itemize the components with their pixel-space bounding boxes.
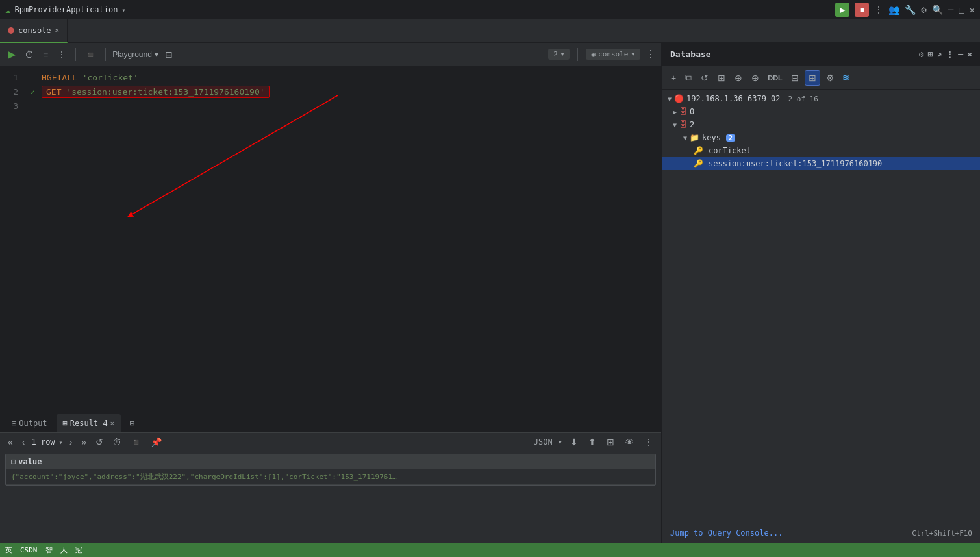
prev-page-button[interactable]: ‹ [19,436,28,449]
db-filter-button[interactable]: ⊞ [714,71,729,85]
more-result-button[interactable]: ⋮ [642,436,656,449]
minimize-icon[interactable]: ─ [948,5,953,15]
console-label: console [598,50,628,58]
run-button[interactable]: ▶ [835,3,849,17]
app-name: BpmProviderApplication [14,5,118,14]
status-item-5: 冠 [75,545,82,555]
db-copy-button[interactable]: ⧉ [682,70,695,85]
wrench-icon[interactable]: 🔧 [905,5,916,15]
result-table-header: ⊟ value [6,454,655,469]
status-bar: 英 CSDN 智 人 冠 [0,543,980,557]
row-count-label: 1 row [31,438,55,447]
run-query-button[interactable]: ▶ [5,47,18,62]
cor-ticket-label: corTicket [709,146,751,155]
status-item-1: 英 [5,545,12,555]
tree-server[interactable]: ▼ 🔴 192.168.1.36_6379_02 2 of 16 [662,92,980,105]
row-chevron-icon: ▾ [59,439,63,446]
tree-db0[interactable]: ▶ 🗄 0 [662,105,980,118]
keys-label: keys [702,133,721,142]
result4-tab-close-icon[interactable]: ✕ [110,419,114,427]
split-button[interactable]: ⊟ [162,48,175,61]
db2-label: 2 [690,120,694,129]
tree-keys[interactable]: ▼ 📁 keys 2 [662,131,980,144]
upload-button[interactable]: ⬆ [586,436,599,449]
download-button[interactable]: ⬇ [568,436,581,449]
last-page-button[interactable]: » [79,436,89,449]
db-active-button[interactable]: ⊞ [805,70,820,86]
result4-tab-icon: ⊞ [63,419,68,428]
tab-bar: console ✕ [0,19,980,43]
server-icon: 🔴 [674,94,684,103]
db-count: 2 [553,50,558,58]
history-result-button[interactable]: ⏱ [110,436,124,449]
next-page-button[interactable]: › [67,436,75,449]
tab-close-icon[interactable]: ✕ [55,26,60,34]
maximize-icon[interactable]: □ [959,5,964,15]
db-header-popout-icon[interactable]: ↗ [937,49,942,59]
tree-db2[interactable]: ▼ 🗄 2 [662,118,980,131]
svg-line-0 [130,95,338,216]
jump-link[interactable]: Jump to Query Console... [670,528,783,538]
more-editor-button[interactable]: ⋮ [55,48,69,61]
db-title: Database [670,49,711,59]
people-icon[interactable]: 👥 [888,5,899,15]
db-header-more-icon[interactable]: ⋮ [946,49,954,59]
db-ddl-button[interactable]: DDL [765,73,785,83]
tab-output[interactable]: ⊟ Output [5,414,54,432]
editor-panel: ▶ ⏱ ≡ ⋮ ◾ Playground ▾ ⊟ 2 ▾ ◉ console [0,43,662,543]
line-number-1: 1 [0,71,26,84]
bottom-toolbar: « ‹ 1 row ▾ › » ↺ ⏱ ◾ 📌 JSON ▾ ⬇ ⬆ ⊞ 👁 ⋮ [0,433,661,451]
copy-result-button[interactable]: ⊞ [604,436,617,449]
stop-button[interactable]: ■ [855,3,869,17]
settings-icon[interactable]: ⚙ [921,5,926,15]
top-bar-right: ▶ ■ ⋮ 👥 🔧 ⚙ 🔍 ─ □ ✕ [835,3,975,17]
db0-icon: 🗄 [679,107,687,116]
playground-label: Playground [112,50,152,59]
db-toolbar: + ⧉ ↺ ⊞ ⊕ ⊕ DDL ⊟ ⊞ ⚙ ≋ [662,66,980,90]
stop-query-button[interactable]: ◾ [82,48,99,61]
list-button[interactable]: ≡ [40,48,51,61]
cor-ticket-key-icon: 🔑 [694,146,703,155]
db-header-close-icon[interactable]: ─ [958,49,963,59]
tab-extra[interactable]: ⊟ [123,414,141,432]
db2-chevron-icon: ▼ [673,121,677,129]
db0-chevron-icon: ▶ [673,108,677,116]
jump-shortcut: Ctrl+Shift+F10 [912,529,972,538]
more-icon[interactable]: ⋮ [874,5,883,15]
playground-button[interactable]: Playground ▾ [112,50,158,59]
db-header-expand-icon[interactable]: ⊞ [928,49,933,59]
first-page-button[interactable]: « [5,436,16,449]
refresh-result-button[interactable]: ↺ [93,436,106,449]
tab-result4[interactable]: ⊞ Result 4 ✕ [57,414,121,432]
search-icon[interactable]: 🔍 [932,5,943,15]
console-badge[interactable]: ◉ console ▾ [586,49,640,60]
db-refresh-button[interactable]: ↺ [697,71,712,85]
db-filter-icon[interactable]: ≋ [843,71,849,84]
stop-result-button[interactable]: ◾ [128,436,144,449]
tree-cor-ticket[interactable]: 🔑 corTicket [662,144,980,157]
db-header-hide-icon[interactable]: × [967,49,972,59]
history-button[interactable]: ⏱ [22,48,36,61]
count-badge: 2 ▾ [548,49,570,60]
status-item-4: 人 [60,545,68,555]
db-add-button[interactable]: + [668,71,679,85]
toolbar-separator2 [105,48,106,61]
tab-console[interactable]: console ✕ [0,19,68,43]
db-header-settings-icon[interactable]: ⚙ [919,49,924,59]
code-line-1: 1 HGETALL 'corTicket' [0,71,661,84]
db-more2-button[interactable]: ⊕ [748,71,762,85]
tree-session-ticket[interactable]: 🔑 session:user:ticket:153_1711976160190 [662,157,980,170]
code-line-3: 3 [0,100,661,113]
result4-tab-label: Result 4 [70,419,108,428]
db-server-button[interactable]: ⊕ [731,71,746,85]
view-button[interactable]: 👁 [622,436,636,449]
pin-result-button[interactable]: 📌 [148,436,164,449]
close-icon[interactable]: ✕ [970,5,975,15]
db-settings-button[interactable]: ⚙ [823,71,838,85]
status-item-csdn: CSDN [20,546,38,554]
console-chevron-icon: ▾ [631,50,635,58]
app-chevron-icon: ▾ [121,6,125,14]
code-editor[interactable]: 1 HGETALL 'corTicket' 2 ✓ GET 'session:u… [0,66,661,413]
toolbar-more-icon[interactable]: ⋮ [646,48,656,60]
db-extra-button[interactable]: ⊟ [788,71,802,85]
